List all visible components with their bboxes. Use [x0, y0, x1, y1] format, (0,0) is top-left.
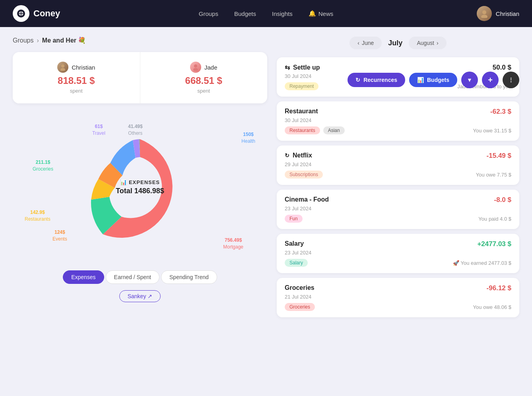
bell-icon: 🔔 — [309, 10, 316, 17]
add-icon: + — [488, 76, 493, 85]
settle-up-icon: ⇆ — [285, 64, 290, 71]
salary-tags: Salary — [285, 259, 308, 267]
budgets-icon: 📊 — [417, 77, 424, 83]
logo[interactable]: Coney — [13, 5, 60, 22]
jade-label: spent — [148, 88, 260, 94]
next-month-label: August — [417, 40, 434, 46]
transaction-cinema-food[interactable]: Cinema - Food -8.0 $ 23 Jul 2024 Fun You… — [277, 190, 519, 229]
christian-name: Christian — [72, 64, 95, 71]
tag-repayment: Repayment — [285, 82, 318, 90]
groceries-tags: Groceries — [285, 303, 315, 311]
nav-right: Christian — [477, 6, 519, 21]
more-icon: ⋮ — [508, 77, 514, 83]
groceries-amount: -96.12 $ — [487, 284, 511, 292]
prev-month-label: June — [362, 40, 374, 46]
netflix-amount: -15.49 $ — [487, 152, 511, 160]
svg-point-3 — [482, 10, 486, 14]
salary-name-row: Salary — [285, 240, 304, 247]
tag-salary: Salary — [285, 259, 308, 267]
svg-point-7 — [194, 64, 197, 68]
transaction-name: ⇆ Settle up — [285, 64, 320, 71]
transaction-groceries[interactable]: Groceries -96.12 $ 21 Jul 2024 Groceries… — [277, 278, 519, 317]
nav-news[interactable]: 🔔 News — [309, 10, 334, 17]
add-button[interactable]: + — [482, 72, 499, 88]
tag-subscriptions: Subscriptions — [285, 171, 323, 179]
jade-name: Jade — [204, 64, 217, 71]
member-cards: Christian 818.51 $ spent Jade 668.51 $ s… — [13, 52, 267, 103]
next-month-button[interactable]: August › — [409, 37, 446, 49]
christian-amount: 818.51 $ — [21, 75, 132, 86]
health-label: 150$ Health — [241, 131, 255, 145]
netflix-note: You owe 7.75 $ — [476, 172, 511, 178]
svg-point-5 — [61, 64, 64, 68]
groceries-name-row: Groceries — [285, 284, 315, 291]
christian-label: spent — [21, 88, 132, 94]
netflix-date: 29 Jul 2024 — [285, 161, 511, 167]
logo-icon — [13, 5, 29, 22]
filter-button[interactable]: ▼ — [461, 72, 478, 88]
restaurant-date: 30 Jul 2024 — [285, 117, 511, 123]
chart-tabs: Expenses Earned / Spent Spending Trend — [13, 270, 267, 284]
sankey-button[interactable]: Sankey ↗ — [119, 290, 161, 302]
events-label: 124$ Events — [52, 229, 67, 243]
prev-chevron-icon: ‹ — [357, 40, 359, 46]
filter-icon: ▼ — [467, 77, 472, 83]
user-name: Christian — [496, 10, 519, 17]
svg-point-4 — [481, 15, 487, 18]
christian-avatar — [57, 62, 68, 73]
recurrences-icon: ↻ — [355, 77, 360, 83]
svg-point-6 — [60, 68, 65, 71]
breadcrumb-current: Me and Her 💐 — [42, 37, 86, 44]
nav-groups[interactable]: Groups — [199, 10, 218, 17]
more-button[interactable]: ⋮ — [503, 72, 519, 88]
tab-earned-spent[interactable]: Earned / Spent — [106, 270, 159, 284]
transaction-netflix[interactable]: ↻ Netflix -15.49 $ 29 Jul 2024 Subscript… — [277, 146, 519, 185]
chart-total: Total 1486.98$ — [116, 187, 164, 195]
breadcrumb-separator: › — [37, 37, 39, 44]
left-panel: Groups › Me and Her 💐 Christian 818.51 $… — [13, 37, 267, 317]
groceries-note: You owe 48.06 $ — [473, 304, 511, 310]
restaurant-note: You owe 31.15 $ — [473, 128, 511, 134]
toolbar: ↻ Recurrences 📊 Budgets ▼ + ⋮ — [348, 72, 519, 88]
tag-groceries: Groceries — [285, 303, 315, 311]
breadcrumb-parent[interactable]: Groups — [13, 37, 33, 44]
mortgage-label: 756.49$ Mortgage — [223, 237, 243, 250]
settle-up-amount: 50.0 $ — [493, 64, 511, 72]
restaurant-name-row: Restaurant — [285, 108, 318, 115]
month-nav: ‹ June July August › — [277, 37, 519, 49]
next-chevron-icon: › — [437, 40, 439, 46]
recurrences-button[interactable]: ↻ Recurrences — [348, 73, 405, 87]
cinema-name-row: Cinema - Food — [285, 196, 329, 203]
settle-up-tags: Repayment — [285, 82, 318, 90]
nav-links: Groups Budgets Insights 🔔 News — [173, 10, 359, 17]
restaurant-tags: Restaurants Asian — [285, 126, 345, 134]
member-card-christian[interactable]: Christian 818.51 $ spent — [13, 52, 140, 103]
nav-insights[interactable]: Insights — [272, 10, 293, 17]
salary-note: 🚀 You earned 2477.03 $ — [453, 260, 511, 266]
jade-amount: 668.51 $ — [148, 75, 260, 86]
donut-chart: 📊 EXPENSES Total 1486.98$ — [76, 123, 204, 250]
cinema-amount: -8.0 $ — [494, 196, 511, 204]
salary-amount: +2477.03 $ — [477, 240, 511, 248]
prev-month-button[interactable]: ‹ June — [349, 37, 382, 49]
transaction-restaurant[interactable]: Restaurant -62.3 $ 30 Jul 2024 Restauran… — [277, 101, 519, 141]
jade-avatar — [190, 62, 201, 73]
tag-restaurants: Restaurants — [285, 126, 320, 134]
groceries-date: 21 Jul 2024 — [285, 294, 511, 300]
navbar: Coney Groups Budgets Insights 🔔 News Chr… — [0, 0, 532, 27]
netflix-name-row: ↻ Netflix — [285, 152, 312, 159]
budgets-button[interactable]: 📊 Budgets — [409, 73, 457, 87]
salary-date: 23 Jul 2024 — [285, 250, 511, 256]
groceries-label: 211.1$ Groceries — [33, 159, 53, 173]
transaction-salary[interactable]: Salary +2477.03 $ 23 Jul 2024 Salary 🚀 Y… — [277, 234, 519, 273]
user-menu[interactable]: Christian — [477, 6, 519, 21]
tab-expenses[interactable]: Expenses — [63, 270, 104, 284]
nav-budgets[interactable]: Budgets — [234, 10, 256, 17]
tab-spending-trend[interactable]: Spending Trend — [161, 270, 217, 284]
avatar — [477, 6, 492, 21]
restaurants-label: 142.9$ Restaurants — [25, 209, 50, 223]
chart-area: 61$ Travel 41.49$ Others 150$ Health 211… — [13, 111, 267, 262]
member-card-jade[interactable]: Jade 668.51 $ spent — [140, 52, 268, 103]
current-month: July — [388, 39, 402, 47]
restaurant-amount: -62.3 $ — [490, 108, 511, 116]
